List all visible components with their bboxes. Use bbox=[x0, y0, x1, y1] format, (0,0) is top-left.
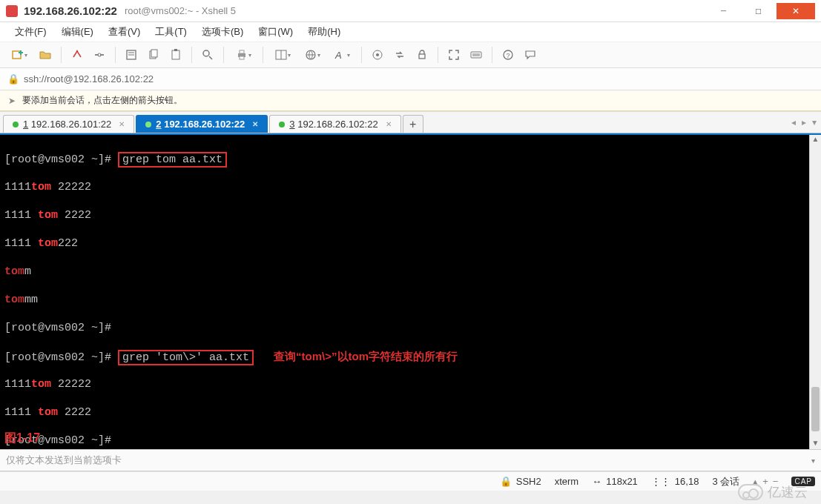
status-dot-icon bbox=[145, 122, 151, 127]
session-tab-1[interactable]: 1 192.168.26.101:22 ✕ bbox=[3, 115, 134, 133]
status-position: 16,18 bbox=[675, 476, 699, 487]
svg-rect-9 bbox=[151, 50, 157, 57]
window-title-sub: root@vms002:~ - Xshell 5 bbox=[125, 5, 236, 16]
properties-button[interactable] bbox=[122, 45, 141, 64]
address-text: ssh://root@192.168.26.102:22 bbox=[24, 73, 154, 84]
tab-number: 3 bbox=[289, 119, 294, 130]
svg-point-12 bbox=[203, 50, 209, 56]
scroll-thumb[interactable] bbox=[811, 387, 820, 431]
status-sessions: 3 会话 bbox=[712, 475, 739, 488]
open-session-button[interactable] bbox=[36, 45, 55, 64]
menu-view[interactable]: 查看(V) bbox=[101, 23, 148, 41]
tab-number: 2 bbox=[156, 119, 161, 130]
status-dot-icon bbox=[279, 122, 285, 127]
window-minimize-button[interactable] bbox=[707, 3, 740, 19]
window-maximize-button[interactable] bbox=[742, 3, 775, 19]
size-icon: ↔ bbox=[592, 476, 601, 487]
svg-text:A: A bbox=[334, 50, 342, 61]
tab-close-icon[interactable]: ✕ bbox=[252, 120, 258, 128]
address-bar[interactable]: 🔒 ssh://root@192.168.26.102:22 bbox=[0, 68, 821, 90]
send-input-placeholder: 仅将文本发送到当前选项卡 bbox=[6, 454, 122, 467]
script-button[interactable] bbox=[368, 45, 387, 64]
app-icon bbox=[6, 5, 18, 17]
toolbar: ▾ ▾ ▾ ▾ A▾ bbox=[0, 42, 821, 68]
send-input-bar[interactable]: 仅将文本发送到当前选项卡 ▾ bbox=[0, 449, 821, 471]
figure-label: 图1-17 bbox=[4, 431, 40, 445]
disconnect-button[interactable] bbox=[90, 45, 109, 64]
svg-rect-15 bbox=[240, 50, 244, 53]
session-tab-2[interactable]: 2 192.168.26.102:22 ✕ bbox=[136, 115, 268, 133]
status-dot-icon bbox=[13, 122, 19, 127]
menu-file[interactable]: 文件(F) bbox=[7, 23, 54, 41]
terminal-scrollbar[interactable]: ▲ ▼ bbox=[809, 135, 821, 449]
help-button[interactable]: ? bbox=[498, 45, 518, 64]
svg-rect-24 bbox=[471, 52, 481, 58]
lock-icon: 🔒 bbox=[500, 476, 512, 487]
transfer-button[interactable] bbox=[390, 45, 409, 64]
session-tabs: 1 192.168.26.101:22 ✕ 2 192.168.26.102:2… bbox=[0, 111, 821, 133]
copy-button[interactable] bbox=[144, 45, 163, 64]
window-close-button[interactable] bbox=[777, 3, 815, 19]
tab-close-icon[interactable]: ✕ bbox=[386, 120, 392, 128]
menu-window[interactable]: 窗口(W) bbox=[251, 23, 300, 41]
tab-prev-icon[interactable]: ◂ bbox=[791, 117, 796, 127]
reconnect-button[interactable] bbox=[67, 45, 87, 64]
svg-point-22 bbox=[376, 53, 379, 56]
status-bar: 🔒SSH2 xterm ↔ 118x21 ⋮⋮ 16,18 3 会话 ▴ + −… bbox=[0, 471, 821, 491]
paste-button[interactable] bbox=[166, 45, 185, 64]
new-session-button[interactable]: ▾ bbox=[6, 45, 33, 64]
encoding-button[interactable]: ▾ bbox=[299, 45, 326, 64]
plus-icon[interactable]: + bbox=[762, 476, 768, 487]
hint-text: 要添加当前会话，点击左侧的箭头按钮。 bbox=[22, 94, 182, 107]
hint-bar: ➤ 要添加当前会话，点击左侧的箭头按钮。 bbox=[0, 90, 821, 111]
status-term: xterm bbox=[555, 476, 579, 487]
svg-rect-10 bbox=[172, 50, 179, 59]
minus-icon[interactable]: − bbox=[773, 476, 779, 487]
svg-text:?: ? bbox=[507, 52, 510, 59]
tab-close-icon[interactable]: ✕ bbox=[119, 120, 125, 128]
status-protocol: SSH2 bbox=[516, 476, 541, 487]
menu-help[interactable]: 帮助(H) bbox=[300, 23, 348, 41]
find-button[interactable] bbox=[198, 45, 217, 64]
title-bar: 192.168.26.102:22 root@vms002:~ - Xshell… bbox=[0, 0, 821, 22]
menu-edit[interactable]: 编辑(E) bbox=[54, 23, 101, 41]
hint-arrow-icon[interactable]: ➤ bbox=[6, 95, 18, 107]
fullscreen-button[interactable] bbox=[444, 45, 464, 64]
keyboard-button[interactable] bbox=[466, 45, 486, 64]
terminal[interactable]: [root@vms002 ~]# grep tom aa.txt 1111tom… bbox=[0, 135, 809, 449]
status-capslock: CAP bbox=[791, 477, 815, 486]
tab-label: 192.168.26.101:22 bbox=[31, 119, 111, 130]
svg-rect-11 bbox=[174, 49, 177, 51]
tab-label: 192.168.26.102:22 bbox=[297, 119, 377, 130]
tab-next-icon[interactable]: ▸ bbox=[802, 117, 806, 127]
svg-rect-16 bbox=[240, 56, 244, 59]
cmd-highlight: grep tom aa.txt bbox=[118, 152, 227, 168]
font-button[interactable]: A▾ bbox=[329, 45, 355, 64]
chevron-up-icon[interactable]: ▴ bbox=[753, 476, 758, 487]
menu-bar: 文件(F) 编辑(E) 查看(V) 工具(T) 选项卡(B) 窗口(W) 帮助(… bbox=[0, 22, 821, 42]
cmd-highlight: grep 'tom\>' aa.txt bbox=[118, 350, 254, 365]
print-button[interactable]: ▾ bbox=[230, 45, 257, 64]
svg-line-13 bbox=[209, 56, 212, 59]
tab-list-icon[interactable]: ▾ bbox=[812, 117, 817, 127]
layout-button[interactable]: ▾ bbox=[269, 45, 296, 64]
session-tab-3[interactable]: 3 192.168.26.102:22 ✕ bbox=[269, 115, 400, 133]
menu-tab[interactable]: 选项卡(B) bbox=[194, 23, 251, 41]
svg-rect-23 bbox=[419, 54, 425, 59]
tab-label: 192.168.26.102:22 bbox=[164, 119, 245, 130]
scroll-down-icon[interactable]: ▼ bbox=[810, 439, 821, 449]
tab-number: 1 bbox=[23, 119, 28, 130]
window-title-main: 192.168.26.102:22 bbox=[24, 4, 117, 17]
status-size: 118x21 bbox=[606, 476, 638, 487]
scroll-up-icon[interactable]: ▲ bbox=[810, 135, 821, 145]
pos-icon: ⋮⋮ bbox=[651, 476, 670, 487]
lock-icon: 🔒 bbox=[7, 73, 19, 84]
menu-tools[interactable]: 工具(T) bbox=[148, 23, 194, 41]
new-tab-button[interactable]: + bbox=[403, 115, 423, 133]
send-target-dropdown[interactable]: ▾ bbox=[811, 457, 815, 465]
svg-point-3 bbox=[76, 50, 78, 52]
chat-button[interactable] bbox=[521, 45, 540, 64]
annotation: 查询“tom\>”以tom字符结束的所有行 bbox=[274, 350, 458, 362]
lock-button[interactable] bbox=[412, 45, 432, 64]
